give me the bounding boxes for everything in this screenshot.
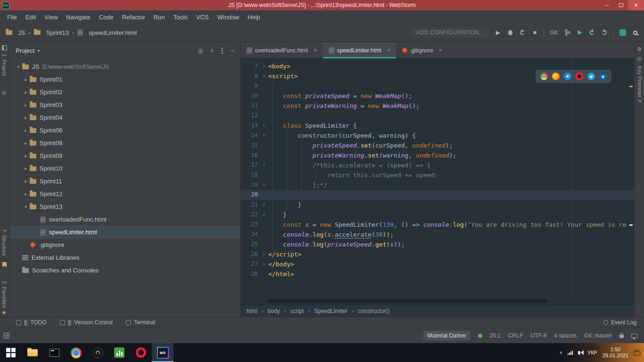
code-line-23[interactable]: 23 const s = new SpeedLimiter(130, () =>…: [241, 220, 634, 230]
menu-item-file[interactable]: File: [3, 12, 21, 23]
line-separator-indicator[interactable]: CRLF: [508, 332, 523, 339]
menu-item-run[interactable]: Run: [149, 12, 169, 23]
tree-item-external-libraries[interactable]: External Libraries: [10, 251, 240, 264]
tool-window-icon[interactable]: [2, 45, 7, 50]
action-center-icon[interactable]: [634, 350, 640, 355]
tree-item-sprint01[interactable]: ▸Sprint01: [10, 73, 240, 86]
line-number[interactable]: 21: [241, 200, 260, 210]
bookmark-icon[interactable]: [2, 262, 7, 267]
line-number[interactable]: 19: [241, 180, 260, 190]
menu-item-edit[interactable]: Edit: [21, 12, 40, 23]
editor-breadcrumb-script[interactable]: script: [290, 308, 304, 314]
code-line-18[interactable]: 18 return this.curSpeed += speed;: [241, 170, 634, 180]
toolbar-breadcrumb-speedlimiter-html[interactable]: speedLimiter.html: [77, 29, 137, 36]
code-line-26[interactable]: 26∧</script>: [241, 249, 634, 259]
horizontal-scrollbar-thumb[interactable]: [267, 299, 547, 303]
git-branch-icon[interactable]: [564, 29, 571, 36]
tab-close-icon[interactable]: ×: [314, 47, 317, 54]
line-number[interactable]: 9: [241, 81, 260, 91]
tree-chevron-icon[interactable]: ▸: [22, 128, 30, 133]
menu-item-window[interactable]: Window: [213, 12, 243, 23]
git-history-button[interactable]: [601, 30, 608, 35]
tree-item-sprint08[interactable]: ▸Sprint08: [10, 137, 240, 149]
line-number[interactable]: 10: [241, 91, 260, 101]
line-number[interactable]: 8: [241, 71, 260, 81]
tab-close-icon[interactable]: ×: [387, 47, 391, 54]
code-line-11[interactable]: 11 const privateWarning = new WeakMap();: [241, 101, 634, 111]
code-line-20[interactable]: 20: [241, 190, 634, 200]
fold-marker-icon[interactable]: ∧: [260, 180, 268, 190]
chrome-icon[interactable]: [540, 73, 548, 80]
stripe-key-promoter-button[interactable]: Key Promoter X: [637, 66, 643, 103]
tree-item-sprint03[interactable]: ▸Sprint03: [10, 99, 240, 111]
tree-item-speedlimiter-html[interactable]: speedLimiter.html: [10, 226, 240, 239]
menu-item-navigate[interactable]: Navigate: [62, 12, 94, 23]
plugin-tool-icon[interactable]: ◎: [637, 56, 642, 62]
fold-marker-icon[interactable]: ∧: [260, 210, 268, 220]
line-number[interactable]: 26: [241, 249, 260, 259]
tab-close-icon[interactable]: ×: [439, 47, 443, 54]
stripe-caret-mark[interactable]: [629, 224, 633, 226]
lock-icon[interactable]: [619, 335, 624, 338]
tool-window-event-log[interactable]: Event Log: [603, 319, 636, 326]
code-line-13[interactable]: 13∨ class SpeedLimiter {: [241, 121, 634, 131]
tree-item-root[interactable]: ▾JSD:\www-web\SoftServe\JS: [10, 60, 240, 73]
code-editor[interactable]: 7∨<body>8∨<script>910 const privateSpeed…: [241, 58, 634, 299]
taskbar-clock[interactable]: 1:50 29.01.2021: [603, 346, 628, 359]
menu-item-view[interactable]: View: [40, 12, 62, 23]
taskbar-opera[interactable]: [130, 343, 152, 362]
tool-window-switcher-icon[interactable]: [4, 333, 9, 338]
project-panel-title[interactable]: Project: [16, 47, 34, 54]
tree-item-sprint11[interactable]: ▸Sprint11: [10, 175, 240, 188]
tree-item-sprint06[interactable]: ▸Sprint06: [10, 124, 240, 137]
safari-icon[interactable]: [564, 73, 571, 80]
taskbar-round-app[interactable]: [87, 343, 108, 362]
toolbar-breadcrumb-sprint13[interactable]: Sprint13: [34, 29, 69, 36]
chevron-down-icon[interactable]: ▾: [37, 48, 40, 53]
code-line-25[interactable]: 25 console.log(privateSpeed.get(s));: [241, 239, 634, 249]
line-number[interactable]: 22: [241, 210, 260, 220]
menu-item-code[interactable]: Code: [95, 12, 118, 23]
tree-item-sprint13[interactable]: ▾Sprint13: [10, 200, 240, 213]
code-line-28[interactable]: 28</html>: [241, 269, 634, 279]
debug-button[interactable]: [507, 30, 513, 35]
panel-options-icon[interactable]: [222, 50, 223, 51]
caret-position[interactable]: 20:1: [490, 332, 501, 339]
stripe-favorites-button[interactable]: 2: Favorites: [1, 281, 7, 308]
tree-chevron-icon[interactable]: ▸: [22, 90, 30, 95]
stripe-warning-mark[interactable]: [629, 86, 633, 87]
line-number[interactable]: 27: [241, 259, 260, 269]
tree-item-sprint12[interactable]: ▸Sprint12: [10, 188, 240, 200]
code-line-22[interactable]: 22∧ }: [241, 210, 634, 220]
tree-item-sprint09[interactable]: ▸Sprint09: [10, 149, 240, 162]
code-with-me-icon[interactable]: [619, 29, 626, 36]
tree-item-scratches-and-consoles[interactable]: Scratches and Consoles: [10, 264, 240, 277]
editor-breadcrumb-speedlimiter[interactable]: SpeedLimiter: [314, 308, 347, 314]
fold-marker-icon[interactable]: ∨: [260, 160, 268, 170]
stripe-project-button[interactable]: 1: Project: [1, 54, 7, 75]
menu-item-vcs[interactable]: VCS: [192, 12, 213, 23]
line-number[interactable]: 20: [241, 190, 260, 200]
theme-indicator[interactable]: Material Darker: [423, 331, 471, 340]
tree-chevron-icon[interactable]: ▸: [22, 166, 30, 171]
stop-button[interactable]: ■: [531, 29, 538, 36]
taskbar-command-prompt[interactable]: [43, 343, 65, 362]
fold-marker-icon[interactable]: ∧: [260, 259, 268, 269]
tree-item-sprint10[interactable]: ▸Sprint10: [10, 162, 240, 175]
commit-tool-icon[interactable]: ◎: [2, 90, 7, 96]
fold-marker-icon[interactable]: ∨: [260, 71, 268, 81]
tree-chevron-icon[interactable]: ▸: [22, 140, 30, 146]
close-button[interactable]: ×: [628, 0, 644, 10]
fold-marker-icon[interactable]: ∨: [260, 61, 268, 71]
line-number[interactable]: 24: [241, 230, 260, 239]
start-button[interactable]: [0, 343, 22, 362]
edge-icon[interactable]: [599, 73, 607, 80]
editor-breadcrumb-html[interactable]: html: [247, 308, 257, 314]
code-line-27[interactable]: 27∧</body>: [241, 259, 634, 269]
git-push-button[interactable]: [577, 30, 583, 35]
line-number[interactable]: 13: [241, 121, 260, 131]
horizontal-scrollbar[interactable]: [267, 299, 627, 304]
fold-marker-icon[interactable]: ∧: [260, 249, 268, 259]
code-line-16[interactable]: 16 privateWarning.set(warning, undefined…: [241, 150, 634, 160]
tree-chevron-icon[interactable]: ▾: [22, 204, 30, 209]
